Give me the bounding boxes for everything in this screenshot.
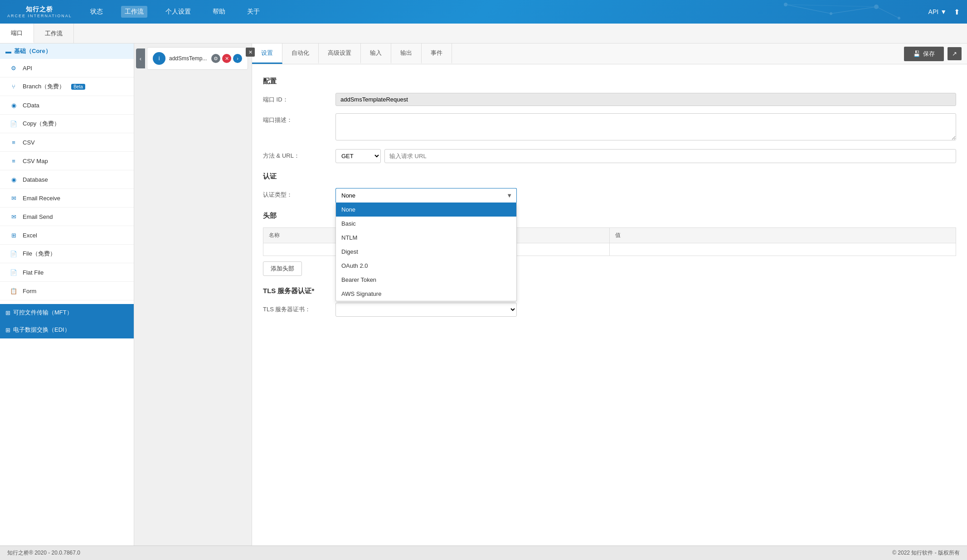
save-button[interactable]: 💾 保存: [904, 47, 944, 61]
api-button[interactable]: API ▼: [928, 8, 947, 15]
auth-option-aws[interactable]: AWS Signature: [336, 287, 516, 301]
sidebar-item-form[interactable]: 📋 Form: [0, 282, 134, 300]
sidebar-group-mft[interactable]: ⊞ 可控文件传输（MFT）: [0, 304, 134, 321]
auth-type-select[interactable]: None Basic NTLM Digest OAuth 2.0 Bearer …: [335, 188, 517, 203]
tab-automation[interactable]: 自动化: [282, 43, 319, 64]
tls-cert-control: [335, 303, 956, 317]
add-header-button[interactable]: 添加头部: [263, 261, 302, 276]
header-value-input[interactable]: [613, 246, 952, 253]
nav-help[interactable]: 帮助: [209, 6, 229, 18]
logo-chinese: 知行之桥: [26, 5, 53, 14]
svg-point-1: [830, 12, 832, 15]
nav-workflow[interactable]: 工作流: [121, 6, 147, 18]
tab-input[interactable]: 输入: [361, 43, 391, 64]
nav-status[interactable]: 状态: [87, 6, 107, 18]
sidebar-item-excel[interactable]: ⊞ Excel: [0, 226, 134, 245]
auth-option-digest[interactable]: Digest: [336, 245, 516, 259]
right-panel-toolbar: 💾 保存 ↗: [899, 47, 967, 61]
nav-right: API ▼ ⬆: [928, 8, 960, 16]
export-button[interactable]: ↗: [948, 47, 962, 60]
port-desc-label: 端口描述：: [263, 113, 335, 124]
tab-settings[interactable]: 设置: [252, 43, 282, 64]
tab-advanced-settings[interactable]: 高级设置: [319, 43, 361, 64]
branch-icon: ⑂: [9, 82, 18, 91]
port-desc-textarea[interactable]: [335, 113, 956, 140]
flatfile-icon: 📄: [9, 268, 18, 277]
sidebar-item-database[interactable]: ◉ Database: [0, 170, 134, 189]
auth-option-bearer[interactable]: Bearer Token: [336, 273, 516, 287]
chevron-down-icon: ▼: [940, 8, 947, 15]
sidebar-item-file[interactable]: 📄 File（免费）: [0, 245, 134, 263]
file-icon: 📄: [9, 249, 18, 258]
tab-workflow-second[interactable]: 工作流: [34, 24, 74, 43]
svg-point-2: [874, 5, 879, 9]
port-desc-row: 端口描述：: [263, 113, 956, 142]
method-url-row: 方法 & URL： GET POST PUT DELETE PATCH: [263, 149, 956, 163]
sidebar-item-csv[interactable]: ≡ CSV: [0, 133, 134, 152]
sidebar-item-branch[interactable]: ⑂ Branch（免费） Beta: [0, 77, 134, 96]
node-navigate-button[interactable]: ›: [233, 54, 242, 63]
sidebar-item-csvmap[interactable]: ≡ CSV Map: [0, 152, 134, 170]
svg-point-3: [898, 17, 900, 19]
node-settings-button[interactable]: ⚙: [211, 54, 220, 63]
svg-line-5: [831, 7, 876, 14]
auth-type-label: 认证类型：: [263, 188, 335, 199]
tls-cert-row: TLS 服务器证书：: [263, 303, 956, 317]
node-label: addSmsTemp...: [169, 55, 208, 62]
minus-icon: ▬: [5, 48, 11, 55]
sidebar-item-cdata[interactable]: ◉ CData: [0, 96, 134, 115]
collapse-panel-button[interactable]: ‹: [136, 48, 145, 68]
form-icon: 📋: [9, 286, 18, 295]
sidebar-item-email-receive[interactable]: ✉ Email Receive: [0, 189, 134, 208]
status-left: 知行之桥® 2020 - 20.0.7867.0: [7, 549, 80, 557]
tab-events[interactable]: 事件: [422, 43, 452, 64]
url-input[interactable]: [384, 149, 956, 163]
api-icon: ⚙: [9, 63, 18, 72]
export-nav-icon[interactable]: ⬆: [954, 8, 960, 16]
auth-section-title: 认证: [263, 172, 956, 181]
sidebar-item-api[interactable]: ⚙ API: [0, 59, 134, 77]
nav-about[interactable]: 关于: [243, 6, 263, 18]
csvmap-icon: ≡: [9, 156, 18, 165]
mft-grid-icon: ⊞: [5, 309, 10, 316]
status-bar: 知行之桥® 2020 - 20.0.7867.0 © 2022 知行软件 - 版…: [0, 546, 967, 560]
tab-output[interactable]: 输出: [391, 43, 422, 64]
middle-panel: ‹ i addSmsTemp... ⚙ ✕ › ✕: [134, 43, 252, 546]
node-close-button[interactable]: ✕: [222, 54, 231, 63]
svg-line-7: [786, 5, 876, 7]
sidebar-item-email-send[interactable]: ✉ Email Send: [0, 208, 134, 226]
port-id-row: 端口 ID：: [263, 93, 956, 106]
tls-cert-select[interactable]: [335, 303, 517, 317]
headers-value-col: 值: [610, 228, 956, 243]
edi-grid-icon: ⊞: [5, 327, 10, 333]
port-id-input[interactable]: [335, 93, 956, 106]
save-icon: 💾: [913, 50, 920, 57]
database-icon: ◉: [9, 175, 18, 184]
copy-icon: 📄: [9, 119, 18, 128]
beta-badge: Beta: [71, 84, 85, 90]
node-icon: i: [153, 52, 165, 65]
auth-option-none[interactable]: None: [336, 203, 516, 217]
sidebar-item-copy[interactable]: 📄 Copy（免费）: [0, 115, 134, 133]
sidebar-group-core[interactable]: ▬ 基础（Core）: [0, 43, 134, 59]
svg-point-0: [784, 3, 787, 6]
close-node-panel-button[interactable]: ✕: [246, 48, 255, 57]
sidebar-group-edi[interactable]: ⊞ 电子数据交换（EDI）: [0, 321, 134, 338]
main-nav: 状态 工作流 个人设置 帮助 关于: [87, 6, 263, 18]
auth-select-wrapper: None Basic NTLM Digest OAuth 2.0 Bearer …: [335, 188, 517, 203]
auth-option-ntlm[interactable]: NTLM: [336, 231, 516, 245]
auth-option-oauth[interactable]: OAuth 2.0: [336, 259, 516, 273]
sidebar-item-flatfile[interactable]: 📄 Flat File: [0, 263, 134, 282]
auth-dropdown-menu: None Basic NTLM Digest OAuth 2.0 Bearer …: [335, 203, 517, 301]
right-panel-header: 设置 自动化 高级设置 输入 输出 事件 💾 保存 ↗: [252, 43, 967, 64]
excel-icon: ⊞: [9, 231, 18, 240]
auth-option-basic[interactable]: Basic: [336, 217, 516, 231]
right-content: 配置 端口 ID： 端口描述： 方法 & URL： GET: [252, 64, 967, 546]
tab-port[interactable]: 端口: [0, 24, 34, 43]
tls-cert-label: TLS 服务器证书：: [263, 303, 335, 314]
method-select[interactable]: GET POST PUT DELETE PATCH: [335, 149, 381, 163]
cdata-icon: ◉: [9, 101, 18, 110]
top-nav: 知行之桥 ARCEE INTERNATIONAL 状态 工作流 个人设置 帮助 …: [0, 0, 967, 24]
nav-personal-settings[interactable]: 个人设置: [162, 6, 194, 18]
port-desc-control: [335, 113, 956, 142]
